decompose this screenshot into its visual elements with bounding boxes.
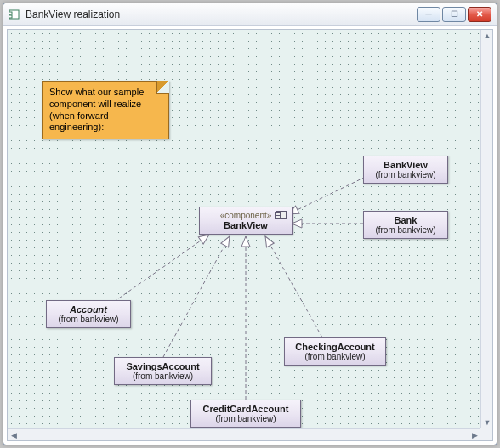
class-namespace: (from bankview) — [198, 414, 293, 423]
component-bankview[interactable]: «component» BankView — [199, 207, 293, 235]
svg-rect-1 — [9, 12, 12, 14]
class-account[interactable]: Account (from bankview) — [46, 300, 131, 328]
class-name: BankView — [371, 160, 440, 170]
vertical-scrollbar[interactable]: ▲ ▼ — [480, 30, 492, 428]
component-name: BankView — [207, 220, 285, 230]
note-line: engineering): — [49, 122, 162, 133]
diagram-icon — [9, 9, 20, 20]
class-name: CheckingAccount — [292, 342, 378, 352]
class-bankview[interactable]: BankView (from bankview) — [363, 156, 448, 184]
diagram-window: BankView realization ─ ☐ ✕ — [3, 3, 497, 445]
class-bank[interactable]: Bank (from bankview) — [363, 211, 448, 239]
class-name: CreditCardAccount — [198, 404, 293, 414]
class-creditcardaccount[interactable]: CreditCardAccount (from bankview) — [190, 400, 301, 428]
window-title: BankView realization — [26, 9, 412, 20]
note-line: Show what our sample — [49, 87, 162, 99]
minimize-icon: ─ — [425, 10, 431, 19]
horizontal-scrollbar[interactable]: ◀ ▶ — [8, 428, 480, 440]
scroll-down-icon[interactable]: ▼ — [481, 417, 493, 428]
sticky-note[interactable]: Show what our sample component will real… — [42, 81, 169, 139]
class-name: Account — [54, 304, 123, 315]
maximize-button[interactable]: ☐ — [442, 7, 466, 22]
scroll-right-icon[interactable]: ▶ — [469, 429, 480, 441]
class-namespace: (from bankview) — [371, 225, 440, 235]
class-namespace: (from bankview) — [54, 315, 123, 324]
note-line: (when forward — [49, 111, 162, 122]
scroll-left-icon[interactable]: ◀ — [8, 429, 20, 441]
svg-line-6 — [163, 236, 230, 357]
scrollbar-corner — [480, 428, 492, 440]
svg-rect-2 — [9, 15, 12, 18]
svg-line-7 — [265, 236, 322, 337]
svg-line-3 — [288, 174, 371, 214]
scroll-up-icon[interactable]: ▲ — [481, 30, 493, 42]
client-area: Show what our sample component will real… — [7, 29, 493, 441]
class-name: Bank — [371, 215, 440, 225]
class-namespace: (from bankview) — [122, 371, 204, 381]
title-bar[interactable]: BankView realization ─ ☐ ✕ — [3, 3, 497, 26]
stereotype-label: «component» — [207, 211, 285, 220]
class-name: SavingsAccount — [122, 361, 204, 371]
window-controls: ─ ☐ ✕ — [417, 7, 491, 22]
class-namespace: (from bankview) — [292, 352, 378, 361]
note-line: component will realize — [49, 99, 162, 111]
component-icon — [276, 211, 287, 219]
svg-line-5 — [114, 235, 209, 302]
close-button[interactable]: ✕ — [468, 7, 491, 22]
maximize-icon: ☐ — [451, 10, 458, 19]
close-icon: ✕ — [476, 10, 483, 19]
class-checkingaccount[interactable]: CheckingAccount (from bankview) — [284, 337, 386, 366]
class-namespace: (from bankview) — [371, 170, 440, 179]
diagram-canvas[interactable]: Show what our sample component will real… — [8, 30, 480, 428]
class-savingsaccount[interactable]: SavingsAccount (from bankview) — [114, 357, 212, 385]
minimize-button[interactable]: ─ — [417, 7, 440, 22]
